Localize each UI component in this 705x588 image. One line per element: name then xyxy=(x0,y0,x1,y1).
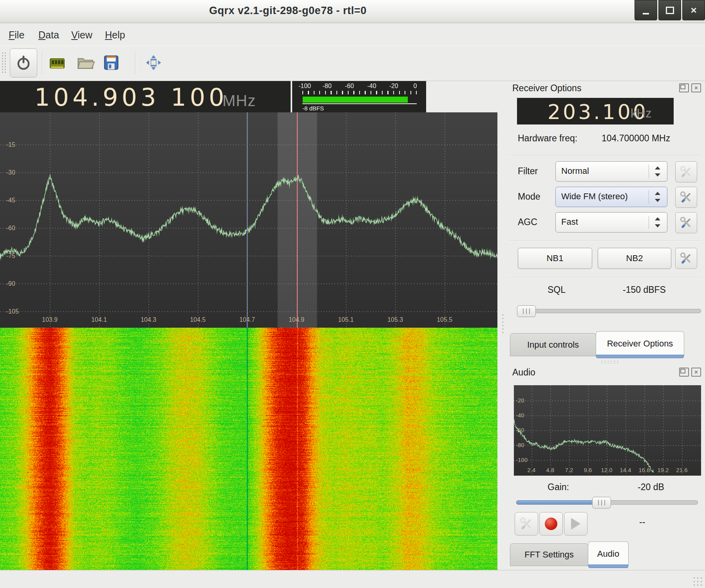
filter-label: Filter xyxy=(518,166,538,177)
maximize-button[interactable] xyxy=(658,0,681,20)
close-icon: × xyxy=(694,369,698,375)
active-tab-indicator xyxy=(596,355,684,358)
tabbar-grip[interactable] xyxy=(600,360,618,364)
audio-fft-plot[interactable] xyxy=(514,385,701,476)
toolbar xyxy=(0,46,705,81)
save-file-button[interactable] xyxy=(101,52,121,73)
save-icon xyxy=(102,54,120,72)
float-panel-button[interactable] xyxy=(679,368,689,377)
agc-combobox[interactable]: Fast xyxy=(555,212,667,233)
float-icon xyxy=(680,85,685,89)
audio-title: Audio xyxy=(512,367,535,378)
float-icon xyxy=(680,369,685,373)
audio-play-button[interactable] xyxy=(564,512,588,536)
meter-tick-label: -80 xyxy=(322,83,331,90)
meter-tick-label: -60 xyxy=(345,83,354,90)
tab-input-controls[interactable]: Input controls xyxy=(510,333,596,356)
gqrx-window: Gqrx v2.1-git-298-g0e78 - rtl=0 × File D… xyxy=(0,0,705,588)
power-icon xyxy=(15,54,32,72)
tools-icon xyxy=(680,191,693,204)
gain-slider-handle[interactable] xyxy=(592,497,611,509)
menu-view[interactable]: View xyxy=(69,28,95,42)
nb1-button[interactable]: NB1 xyxy=(518,248,592,269)
gain-label: Gain: xyxy=(548,482,569,492)
agc-value: Fast xyxy=(561,217,578,227)
agc-tools-button[interactable] xyxy=(675,212,697,233)
mode-combobox[interactable]: Wide FM (stereo) xyxy=(555,187,667,207)
minimize-button[interactable] xyxy=(634,0,657,20)
toolbar-separator xyxy=(135,52,136,74)
sql-value: -150 dBFS xyxy=(623,285,666,295)
hardware-freq-label: Hardware freq: xyxy=(518,133,577,144)
window-controls: × xyxy=(633,0,705,20)
mode-label: Mode xyxy=(518,191,540,202)
open-file-button[interactable] xyxy=(75,52,96,73)
offset-unit: kHz xyxy=(631,106,651,121)
open-folder-icon xyxy=(76,53,95,72)
chevron-updown-icon[interactable] xyxy=(654,191,662,203)
tab-audio[interactable]: Audio xyxy=(588,541,629,566)
sql-slider-track[interactable] xyxy=(518,309,701,313)
separator xyxy=(509,240,701,241)
resize-grip[interactable] xyxy=(692,576,703,586)
hardware-freq-value: 104.700000 MHz xyxy=(602,133,670,144)
spectrum-plot[interactable] xyxy=(0,112,497,328)
close-panel-button[interactable]: × xyxy=(691,83,701,92)
move-button[interactable] xyxy=(143,52,164,73)
gain-value: -20 dB xyxy=(638,482,664,492)
nb-tools-button[interactable] xyxy=(675,248,697,269)
memory-icon xyxy=(48,53,67,72)
combo-divider xyxy=(649,216,649,229)
meter-level-bar xyxy=(302,96,408,103)
toolbar-grip[interactable] xyxy=(1,52,7,74)
chevron-updown-icon[interactable] xyxy=(654,166,662,177)
chevron-updown-icon[interactable] xyxy=(654,216,662,228)
separator xyxy=(509,155,701,156)
gain-slider-fill xyxy=(516,500,594,505)
mode-tools-button[interactable] xyxy=(675,187,697,208)
sql-label: SQL xyxy=(548,285,566,295)
float-panel-button[interactable] xyxy=(679,83,689,92)
close-panel-button[interactable]: × xyxy=(691,368,701,377)
meter-tick-label: 0 xyxy=(414,83,417,90)
io-devices-button[interactable] xyxy=(47,52,67,73)
waterfall-plot[interactable] xyxy=(0,328,497,570)
offset-frequency-display[interactable]: 203.100 kHz xyxy=(517,98,674,124)
menu-data[interactable]: Data xyxy=(36,28,61,42)
sql-slider-handle[interactable] xyxy=(517,305,536,317)
agc-label: AGC xyxy=(518,217,537,227)
record-icon xyxy=(545,518,557,530)
meter-tick-label: -20 xyxy=(389,83,398,90)
audio-record-button[interactable] xyxy=(539,512,563,536)
statusbar xyxy=(0,570,705,588)
nb2-button[interactable]: NB2 xyxy=(598,248,671,269)
meter-tick-label: -100 xyxy=(298,83,311,90)
frequency-display[interactable]: 104.903 100 MHz xyxy=(0,81,291,112)
menu-file[interactable]: File xyxy=(6,28,27,42)
menu-help[interactable]: Help xyxy=(103,28,127,42)
meter-tick-marks xyxy=(302,91,417,94)
tools-icon xyxy=(680,165,693,179)
audio-options-button[interactable] xyxy=(515,512,538,536)
start-dsp-button[interactable] xyxy=(10,49,37,78)
signal-meter: -100 -80 -60 -40 -20 0 -8 dBFS xyxy=(292,81,426,112)
panel-splitter-handle[interactable] xyxy=(501,313,504,335)
frequency-digits[interactable]: 104.903 100 xyxy=(34,83,228,112)
meter-baseline xyxy=(302,103,417,104)
close-button[interactable]: × xyxy=(682,0,705,20)
meter-tick-label: -40 xyxy=(367,83,376,90)
filter-tools-button[interactable] xyxy=(675,161,697,182)
tab-fft-settings[interactable]: FFT Settings xyxy=(510,543,588,566)
titlebar[interactable]: Gqrx v2.1-git-298-g0e78 - rtl=0 × xyxy=(0,0,705,23)
menubar: File Data View Help xyxy=(0,23,705,46)
close-icon: × xyxy=(694,85,698,91)
tools-icon xyxy=(680,252,693,265)
combo-divider xyxy=(649,190,649,204)
tab-receiver-options[interactable]: Receiver Options xyxy=(596,331,684,356)
filter-combobox[interactable]: Normal xyxy=(555,161,667,182)
filter-value: Normal xyxy=(561,166,589,176)
active-tab-indicator xyxy=(588,565,628,568)
combo-divider xyxy=(649,165,649,178)
window-title: Gqrx v2.1-git-298-g0e78 - rtl=0 xyxy=(0,5,576,17)
meter-level-value: -8 dBFS xyxy=(302,105,324,112)
